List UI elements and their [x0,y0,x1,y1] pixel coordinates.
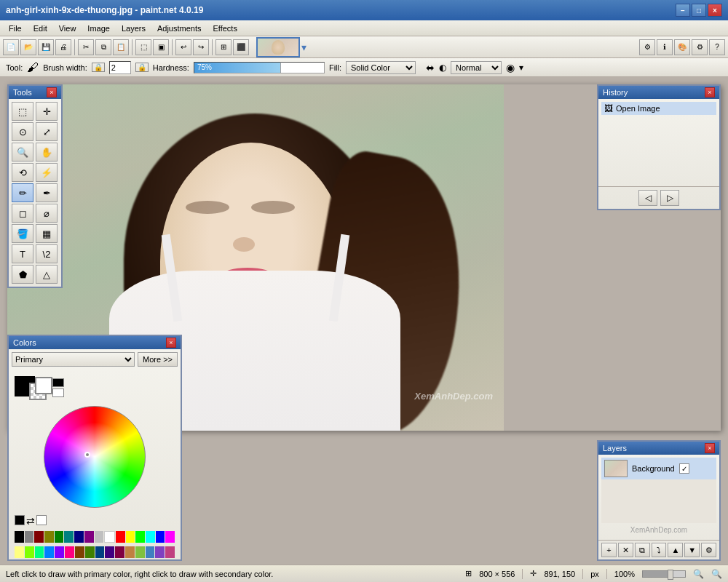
palette-magenta[interactable] [165,531,175,543]
palette-blue[interactable] [156,531,165,543]
minimize-button[interactable]: − [676,4,690,17]
palette-darkviolet[interactable] [105,546,114,558]
palette-dark-red[interactable] [34,531,44,543]
tool-pencil[interactable]: ✒ [36,183,58,202]
menu-edit[interactable]: Edit [28,23,53,34]
opacity-icon[interactable]: ◐ [439,63,446,73]
new-button[interactable]: 📄 [3,39,19,55]
more-colors-button[interactable]: More >> [138,352,178,367]
settings-button[interactable]: ⚙ [639,39,655,55]
tool-recolor[interactable]: ⟲ [12,163,33,182]
palette-darkrose[interactable] [115,546,124,558]
print-button[interactable]: 🖨 [55,39,71,55]
fill-button[interactable]: ⬛ [233,39,249,55]
palette-tan[interactable] [125,546,135,558]
blend-icon[interactable]: ⬌ [426,62,435,73]
palette-rose[interactable] [65,546,74,558]
palette-gray[interactable] [25,531,34,543]
palette-purple[interactable] [84,531,94,543]
layer-item-background[interactable]: Background ✓ [601,458,716,479]
zoom-in-button[interactable]: 🔍 [711,569,722,579]
layer-up-button[interactable]: ▲ [668,543,683,557]
blend-extra[interactable]: ◉ [506,62,515,73]
zoom-slider[interactable] [642,570,686,578]
tool-rect-select[interactable]: ⬚ [12,102,33,121]
help-button[interactable]: ? [709,39,725,55]
maximize-button[interactable]: □ [692,4,706,17]
paste-button[interactable]: 📋 [113,39,129,55]
secondary-color-fill[interactable] [35,377,52,394]
color-button[interactable]: 🎨 [674,39,690,55]
layer-merge-button[interactable]: ⤵ [652,543,667,557]
layer-down-button[interactable]: ▼ [684,543,700,557]
blend-arrow[interactable]: ▾ [519,63,523,73]
deselect-button[interactable]: ⬚ [135,39,151,55]
tool-eyedropper[interactable]: ⌀ [36,204,58,223]
history-redo-button[interactable]: ▷ [660,190,679,206]
gear-button[interactable]: ⚙ [692,39,708,55]
tool-eraser[interactable]: ◻ [12,204,33,223]
history-item-open-image[interactable]: 🖼 Open Image [601,102,716,115]
palette-olive[interactable] [44,531,54,543]
menu-layers[interactable]: Layers [116,23,151,34]
save-button[interactable]: 💾 [38,39,54,55]
layer-visibility-checkbox[interactable]: ✓ [679,463,689,474]
zoom-slider-thumb[interactable] [668,570,673,580]
tool-paintbrush[interactable]: ✏ [12,183,33,202]
undo-button[interactable]: ↩ [175,39,191,55]
palette-green[interactable] [55,531,64,543]
palette-lightgreen[interactable] [135,546,145,558]
palette-darkazure[interactable] [95,546,105,558]
layers-panel-close[interactable]: × [705,443,715,453]
brush-width-input[interactable] [109,61,131,74]
tool-pan[interactable]: ✋ [36,143,58,162]
tool-lasso[interactable]: ⊙ [12,122,33,141]
thumbnail-dropdown[interactable]: ▾ [301,41,306,53]
palette-navy[interactable] [74,531,84,543]
tool-shape1[interactable]: ⬟ [12,265,33,284]
layer-delete-button[interactable]: ✕ [618,543,633,557]
copy-button[interactable]: ⧉ [95,39,111,55]
palette-cyan[interactable] [146,531,155,543]
menu-file[interactable]: File [3,23,28,34]
select-all-button[interactable]: ▣ [153,39,169,55]
blend-mode-dropdown[interactable]: Normal Multiply Screen [451,61,502,74]
tool-paint-bucket[interactable]: 🪣 [12,224,33,243]
tools-panel-close[interactable]: × [47,87,57,97]
palette-white[interactable] [104,531,115,543]
info-button[interactable]: ℹ [657,39,673,55]
menu-image[interactable]: Image [82,23,116,34]
palette-black[interactable] [15,531,24,543]
redo-button[interactable]: ↪ [193,39,209,55]
palette-yellow[interactable] [126,531,135,543]
layer-props-button[interactable]: ⚙ [701,543,716,557]
palette-mediumpurple[interactable] [155,546,165,558]
hardness-bar-fill[interactable]: 75% [194,62,281,73]
tool-zoom[interactable]: 🔍 [12,143,33,162]
palette-lightyellow[interactable] [15,546,24,558]
menu-adjustments[interactable]: Adjustments [151,23,207,34]
colors-panel-close[interactable]: × [166,338,176,348]
tool-shapes-text[interactable]: \2 [36,244,58,263]
palette-azure[interactable] [44,546,54,558]
tool-move[interactable]: ⤢ [36,122,58,141]
palette-brown[interactable] [75,546,84,558]
fill-dropdown[interactable]: Solid Color Gradient Checkerboard [346,61,416,74]
history-undo-button[interactable]: ◁ [638,190,657,206]
palette-darkchartreuse[interactable] [85,546,95,558]
close-button[interactable]: × [708,4,722,17]
menu-view[interactable]: View [53,23,82,34]
open-button[interactable]: 📂 [20,39,36,55]
color-wheel[interactable] [44,406,146,508]
layer-duplicate-button[interactable]: ⧉ [635,543,650,557]
palette-hotpink[interactable] [165,546,175,558]
black-swatch[interactable] [15,515,25,525]
menu-effects[interactable]: Effects [207,23,243,34]
palette-spring[interactable] [35,546,44,558]
history-panel-close[interactable]: × [705,87,715,97]
cut-button[interactable]: ✂ [78,39,94,55]
tool-gradient[interactable]: ▦ [36,224,58,243]
zoom-out-button[interactable]: 🔍 [693,569,704,579]
white-swatch[interactable] [36,515,47,525]
color-type-dropdown[interactable]: Primary Secondary [12,352,135,367]
